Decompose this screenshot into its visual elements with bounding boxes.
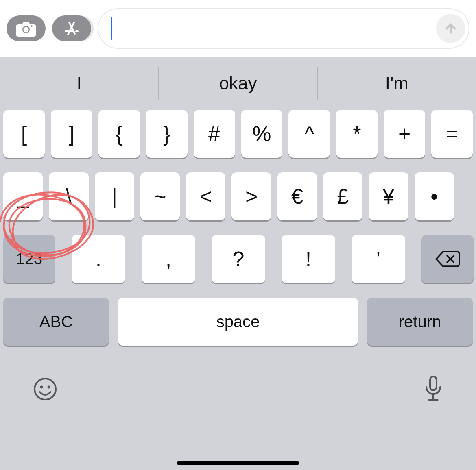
key-yen[interactable]: ¥: [369, 172, 408, 220]
suggestion-bar: I okay I'm: [0, 57, 476, 110]
key-caret[interactable]: ^: [288, 110, 330, 158]
key-backspace[interactable]: [421, 235, 474, 283]
key-left-brace[interactable]: {: [98, 110, 140, 158]
key-row-2: _ \ | ~ < > € £ ¥ •: [0, 172, 476, 220]
svg-point-7: [35, 379, 56, 400]
emoji-button[interactable]: [33, 376, 58, 403]
key-left-bracket[interactable]: [: [3, 110, 45, 158]
key-row-3: 123 . , ? ! ': [0, 235, 476, 283]
message-input[interactable]: [98, 8, 469, 49]
text-cursor: [111, 17, 112, 40]
key-less-than[interactable]: <: [186, 172, 225, 220]
key-abc-mode[interactable]: ABC: [3, 298, 109, 346]
key-pound[interactable]: £: [323, 172, 362, 220]
dictation-button[interactable]: [423, 375, 443, 405]
key-bullet[interactable]: •: [415, 172, 454, 220]
app-store-icon: [63, 20, 80, 37]
microphone-icon: [423, 375, 443, 403]
suggestion-2[interactable]: okay: [158, 67, 317, 100]
key-equals[interactable]: =: [431, 110, 473, 158]
camera-icon: [16, 20, 36, 37]
key-plus[interactable]: +: [384, 110, 425, 158]
key-comma[interactable]: ,: [142, 235, 195, 283]
key-space[interactable]: space: [118, 298, 358, 346]
key-exclaim[interactable]: !: [282, 235, 335, 283]
apps-button[interactable]: [52, 15, 91, 41]
svg-point-9: [48, 386, 50, 389]
key-question[interactable]: ?: [212, 235, 265, 283]
key-greater-than[interactable]: >: [231, 172, 271, 220]
key-apostrophe[interactable]: ': [352, 235, 405, 283]
key-numeric-mode[interactable]: 123: [3, 235, 55, 283]
key-underscore[interactable]: _: [3, 172, 43, 220]
key-pipe[interactable]: |: [95, 172, 134, 220]
svg-point-1: [24, 27, 29, 33]
key-euro[interactable]: €: [277, 172, 317, 220]
suggestion-3[interactable]: I'm: [317, 67, 476, 100]
svg-point-2: [31, 25, 33, 27]
arrow-up-icon: [443, 20, 459, 37]
suggestion-1[interactable]: I: [0, 67, 158, 100]
keyboard-bottom-bar: [0, 375, 476, 413]
svg-line-4: [68, 22, 74, 35]
key-asterisk[interactable]: *: [336, 110, 378, 158]
svg-point-8: [40, 386, 43, 389]
emoji-icon: [33, 376, 58, 402]
backspace-icon: [435, 250, 460, 268]
key-row-1: [ ] { } # % ^ * + =: [0, 110, 476, 158]
key-hash[interactable]: #: [194, 110, 235, 158]
key-period[interactable]: .: [72, 235, 125, 283]
message-input-bar: [0, 0, 476, 57]
apps-button-stack: [52, 15, 91, 41]
key-row-4: ABC space return: [0, 298, 476, 346]
key-percent[interactable]: %: [241, 110, 283, 158]
keyboard: I okay I'm [ ] { } # % ^ * + = _ \ | ~ <…: [0, 57, 476, 470]
home-indicator[interactable]: [177, 461, 299, 465]
key-return[interactable]: return: [367, 298, 473, 346]
send-button[interactable]: [436, 14, 465, 43]
key-tilde[interactable]: ~: [140, 172, 180, 220]
key-right-bracket[interactable]: ]: [51, 110, 92, 158]
camera-button[interactable]: [7, 15, 46, 41]
key-right-brace[interactable]: }: [146, 110, 188, 158]
svg-rect-10: [430, 376, 437, 390]
key-backslash[interactable]: \: [49, 172, 88, 220]
